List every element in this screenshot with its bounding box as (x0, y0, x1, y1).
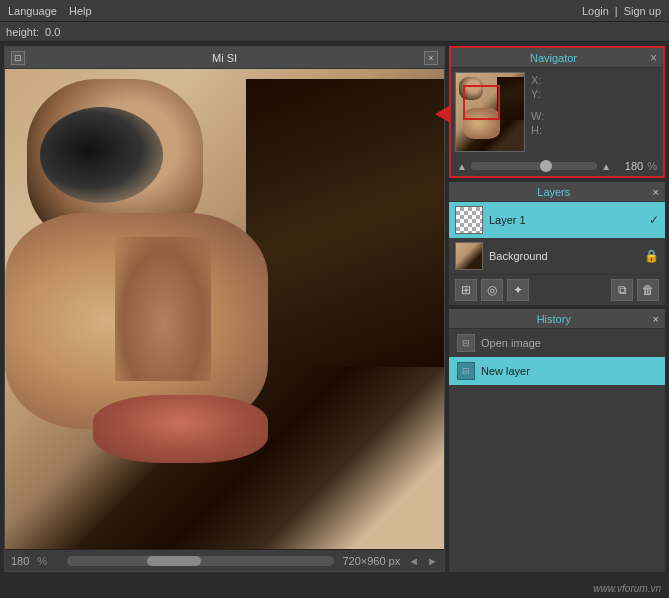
history-open-icon: ⊟ (457, 334, 475, 352)
layer-row-background[interactable]: Background 🔒 (449, 238, 665, 274)
zoom-in-icon[interactable]: ▲ (601, 161, 611, 172)
layer1-visibility-check[interactable]: ✓ (649, 213, 659, 227)
navigator-title: Navigator (457, 52, 650, 64)
nav-x-label: X: (531, 74, 547, 86)
history-title: History (455, 313, 653, 325)
navigator-arrow (435, 106, 449, 122)
layer-group-btn[interactable]: ⊞ (455, 279, 477, 301)
right-panel: Navigator × (449, 42, 669, 576)
navigator-panel: Navigator × (449, 46, 665, 178)
background-lock-icon: 🔒 (644, 249, 659, 263)
menu-language[interactable]: Language (8, 5, 57, 17)
scroll-left-arrow[interactable]: ◄ (408, 555, 419, 567)
history-row-open-image[interactable]: ⊟ Open image (449, 329, 665, 357)
height-label2: eight: (12, 26, 39, 38)
canvas-area: ⊡ Mi SI × 180 % (4, 46, 445, 572)
canvas-zoom-display: 180 (11, 555, 29, 567)
nav-internal-arrow (524, 104, 525, 116)
navigator-header: Navigator × (451, 48, 663, 68)
layer-copy-btn[interactable]: ⧉ (611, 279, 633, 301)
layer-delete-btn[interactable]: 🗑 (637, 279, 659, 301)
nav-h-label: H: (531, 124, 547, 136)
layers-close-btn[interactable]: × (653, 186, 659, 198)
layers-header: Layers × (449, 182, 665, 202)
watermark: www.vforum.vn (593, 583, 661, 594)
canvas-title: Mi SI (25, 52, 424, 64)
menu-help[interactable]: Help (69, 5, 92, 17)
history-panel: History × ⊟ Open image ⊟ New layer (449, 309, 665, 572)
zoom-slider-thumb (540, 160, 552, 172)
scroll-right-arrow[interactable]: ► (427, 555, 438, 567)
canvas-title-bar: ⊡ Mi SI × (5, 47, 444, 69)
layers-title: Layers (455, 186, 653, 198)
canvas-footer: 180 % 720×960 px ◄ ► (5, 549, 444, 571)
canvas-zoom-unit: % (37, 555, 47, 567)
zoom-unit: % (647, 160, 657, 172)
layer-fx-btn[interactable]: ✦ (507, 279, 529, 301)
zoom-out-icon[interactable]: ▲ (457, 161, 467, 172)
navigator-panel-wrapper: Navigator × (449, 46, 665, 182)
background-layer-name: Background (489, 250, 638, 262)
nav-y-label: Y: (531, 88, 547, 100)
navigator-body: X: Y: W: H: (451, 68, 663, 156)
canvas-image (5, 69, 444, 549)
main-area: ⊡ Mi SI × 180 % (0, 42, 669, 576)
background-thumbnail (455, 242, 483, 270)
zoom-value: 180 (615, 160, 643, 172)
auth-signup[interactable]: Sign up (624, 5, 661, 17)
layer-row-layer1[interactable]: Layer 1 ✓ (449, 202, 665, 238)
history-newlayer-label: New layer (481, 365, 530, 377)
layers-toolbar: ⊞ ◎ ✦ ⧉ 🗑 (449, 274, 665, 305)
layer-circle-btn[interactable]: ◎ (481, 279, 503, 301)
canvas-restore-btn[interactable]: ⊡ (11, 51, 25, 65)
history-close-btn[interactable]: × (653, 313, 659, 325)
navigator-viewport-rect (463, 85, 500, 120)
auth-login[interactable]: Login (582, 5, 609, 17)
layer1-thumbnail (455, 206, 483, 234)
auth-separator: | (615, 5, 618, 17)
navigator-close-btn[interactable]: × (650, 51, 657, 65)
layer1-name: Layer 1 (489, 214, 643, 226)
face-background (5, 69, 444, 549)
zoom-slider[interactable] (471, 162, 597, 170)
height-value: 0.0 (45, 26, 60, 38)
canvas-close-btn[interactable]: × (424, 51, 438, 65)
nav-w-label: W: (531, 110, 547, 122)
menu-bar: Language Help Login | Sign up (0, 0, 669, 22)
history-row-new-layer[interactable]: ⊟ New layer (449, 357, 665, 385)
canvas-dims: 720×960 px (342, 555, 400, 567)
history-header: History × (449, 309, 665, 329)
layers-panel: Layers × Layer 1 ✓ Background 🔒 (449, 182, 665, 305)
navigator-thumbnail (455, 72, 525, 152)
history-open-label: Open image (481, 337, 541, 349)
navigator-info: X: Y: W: H: (531, 72, 551, 152)
horizontal-scrollbar[interactable] (67, 556, 334, 566)
navigator-slider-row: ▲ ▲ 180 % (451, 156, 663, 176)
height-bar: height: 0.0 (0, 22, 669, 42)
history-newlayer-icon: ⊟ (457, 362, 475, 380)
